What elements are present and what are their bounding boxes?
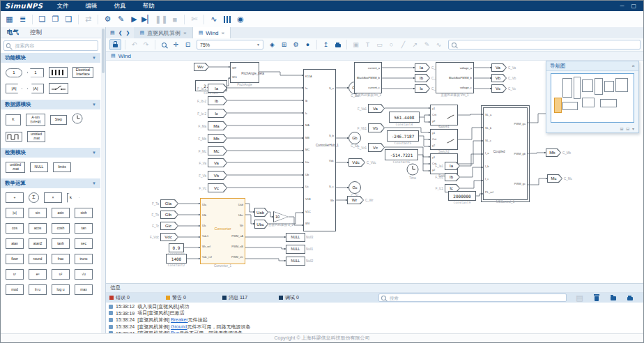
filter-调试[interactable]: 调试 0 [279, 294, 335, 301]
filter-警告[interactable]: 警告 0 [166, 294, 222, 301]
block-switch-2[interactable]: y1Crity2Switch2 [430, 129, 458, 150]
palette-item-asin[interactable]: asin [52, 208, 70, 218]
navmap-thumbnail[interactable] [551, 73, 634, 123]
upload-icon[interactable]: ↥ [321, 40, 331, 49]
palette-item-floor[interactable]: floor [6, 254, 24, 264]
menu-edit[interactable]: 编辑 [86, 2, 98, 10]
draw-ellipse-icon[interactable]: ○ [386, 40, 397, 49]
block-from-va[interactable]: VaF_Va1 [368, 104, 385, 113]
message-search[interactable] [378, 294, 567, 302]
lock-icon[interactable] [109, 39, 121, 50]
palette-item-+[interactable]: + [6, 192, 24, 203]
block-null-2[interactable]: NULLNull2 [286, 257, 305, 266]
draw-line-icon[interactable]: ╱ [398, 40, 408, 49]
tab-control[interactable]: 控制 [30, 29, 42, 37]
palette-item-cos[interactable]: cos [6, 223, 24, 234]
tab-electrical[interactable]: 电气 [7, 29, 19, 37]
block-null-1[interactable]: NULLNull1 [286, 245, 305, 254]
block-disp-2[interactable]: -246.7187Constant5 [387, 130, 419, 142]
block-tag-ma[interactable]: MaF_Ma [208, 121, 227, 130]
print-messages-icon[interactable] [624, 292, 636, 304]
edit-params-icon[interactable]: ✎ [115, 13, 127, 25]
palette-item-NULL[interactable]: NULL [30, 162, 48, 172]
block-goto-ic[interactable]: IcC_Ic [415, 84, 430, 93]
palette-item-|u|[interactable]: |u| [6, 208, 24, 218]
block-const-pl[interactable]: 2000000Constant9 [448, 191, 476, 201]
block-const-wr[interactable]: 0.9Constant1 [169, 243, 184, 252]
palette-item-sec[interactable]: sec [75, 238, 93, 249]
pause-icon[interactable]: ❚❚ [155, 13, 167, 25]
monitor-icon[interactable]: ◉ [234, 13, 246, 25]
message-row[interactable]: 15:38:12载入项目[直驱风机]成功 [106, 303, 643, 310]
block-pitch-angle[interactable]: WFWGPitchAngle_betaPitchAngle [230, 62, 259, 83]
block-goto-vc[interactable]: VcC_Vc [491, 84, 507, 93]
open-project-icon[interactable]: ❏ [36, 13, 48, 25]
draw-pen-icon[interactable]: ✎ [422, 40, 432, 49]
draw-arrow-icon[interactable]: ↗ [410, 40, 420, 49]
block-clock[interactable]: Time [406, 163, 419, 176]
block-from-gla[interactable]: GlaF_Ta [160, 199, 178, 208]
block-goto-gb[interactable]: GbC_Sb [348, 132, 361, 144]
block-tag-mb[interactable]: MbF_Mb [208, 134, 227, 143]
block-switch-1[interactable]: y1Crity2Switch1 [430, 105, 458, 125]
block-goto-ib[interactable]: IbC_Ib [415, 74, 430, 82]
palette-item-sin[interactable]: sin [29, 208, 47, 218]
section-header-1[interactable]: 数据源模块▼ [1, 100, 100, 109]
block-goto-wr[interactable]: WrC_Wr [347, 196, 364, 204]
block-from-glb[interactable]: GlbF_Tb [160, 211, 178, 219]
tab-wind[interactable]: ▤ Wind × [193, 27, 231, 38]
close-tab-icon[interactable]: × [183, 30, 187, 36]
block-vm-block[interactable]: voltage_aBlackBoxPMSM_bvoltage_c直驱风机算例 V… [436, 62, 474, 93]
stop-icon[interactable]: ■ [169, 13, 181, 25]
step-icon[interactable]: ▶▏ [141, 13, 153, 25]
zoom-select[interactable]: 75% ▼ [197, 40, 263, 49]
block-msc[interactable]: SL_aSL_bSL_cI_aI_bI_cPL_refPWM_gaPWM_gbP… [483, 107, 528, 200]
palette-item-A·sin (ωt+φ)[interactable]: A·sin (ωt+φ) [26, 114, 45, 126]
palette-item-limits[interactable]: limits [53, 162, 71, 172]
palette-item-round[interactable]: round [29, 254, 47, 264]
library-scrollbar[interactable] [101, 27, 105, 334]
sync-icon[interactable]: ⇄ [82, 13, 94, 25]
palette-item-ln u[interactable]: ln u [29, 284, 47, 295]
menu-help[interactable]: 帮助 [143, 2, 155, 10]
block-tag-va[interactable]: VaF_Va [208, 158, 227, 167]
block-from-vc[interactable]: VcF_Vc1 [368, 143, 385, 152]
block-from-vdc[interactable]: VdcF_Vdc [160, 233, 178, 241]
palette-item-atan2[interactable]: atan2 [29, 238, 47, 249]
palette-item-uʳ[interactable]: uʳ [6, 269, 24, 280]
block-tag-ia[interactable]: IaF_Ia-2 [208, 84, 227, 93]
message-search-input[interactable] [388, 295, 564, 301]
scope-icon[interactable]: ∿ [208, 13, 220, 25]
navmap-zoom-controls[interactable]: ⊞ ⊟ ▾ [620, 126, 635, 131]
block-null-3[interactable]: NULLNull3 [286, 233, 305, 242]
block-tag-ic[interactable]: IcF_Ic-2 [208, 109, 227, 118]
forward-icon[interactable]: ❯ [126, 30, 130, 36]
zoom-icon[interactable] [159, 40, 169, 49]
element-link[interactable]: Ground [171, 324, 187, 329]
export-project-icon[interactable]: ❑ [63, 13, 75, 25]
section-header-0[interactable]: 功能模块▼ [1, 53, 100, 63]
block-gain-10[interactable]: 10直驱风机算例 d_1 [273, 211, 289, 222]
histogram-icon[interactable] [221, 13, 233, 25]
block-const-vdc[interactable]: 1400Constant2 [166, 254, 187, 264]
palette-item-k[interactable]: k [67, 193, 79, 203]
undo-icon[interactable]: ↶ [129, 40, 139, 49]
block-tag-vb[interactable]: VbF_Vb [208, 171, 227, 180]
block-goto-va[interactable]: VaC_Va [491, 63, 507, 72]
palette-item-untitled .mat[interactable]: untitled .mat [6, 162, 25, 173]
filter-错误[interactable]: 错误 0 [109, 294, 166, 301]
palette-item-atan[interactable]: atan [6, 238, 24, 249]
library-search[interactable] [3, 40, 98, 51]
print-icon[interactable] [332, 40, 343, 49]
block-from-ia1[interactable]: IaF_Ia1 [445, 162, 460, 170]
palette-item-pulse[interactable] [6, 132, 22, 142]
palette-item-Σ[interactable]: Σ [29, 192, 39, 203]
palette-item-frac[interactable]: frac [52, 254, 70, 264]
block-ubc[interactable]: Ubc [254, 220, 268, 229]
section-header-3[interactable]: 数学运算▼ [1, 178, 100, 188]
palette-item-|A|[interactable]: |A| [27, 84, 44, 93]
palette-item-log u[interactable]: log u [52, 284, 70, 295]
library-search-input[interactable] [13, 43, 95, 49]
draw-rect-icon[interactable]: ▭ [374, 40, 385, 49]
palette-item-cosh[interactable]: cosh [52, 223, 70, 234]
